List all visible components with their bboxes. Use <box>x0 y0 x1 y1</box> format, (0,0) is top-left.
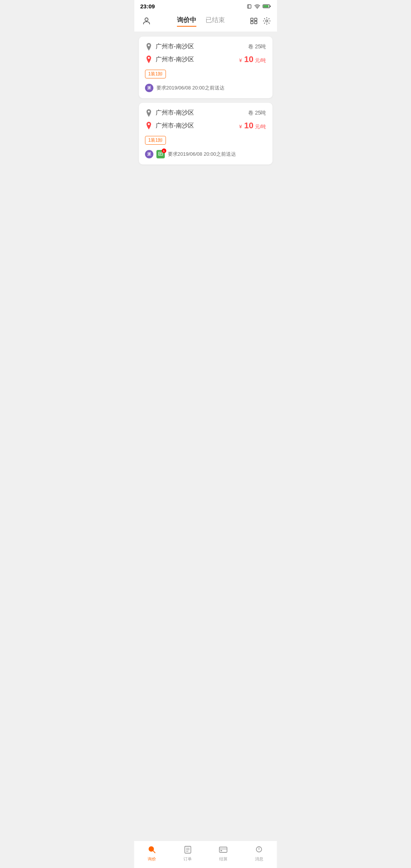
svg-point-15 <box>148 123 150 125</box>
price-display-2: ¥ 10 元/吨 <box>239 121 266 131</box>
load-unload-tag-2: 1装1卸 <box>145 136 166 145</box>
inquiry-card-1[interactable]: 广州市-南沙区 卷 25吨 广州市-南沙区 ¥ 10 元/吨 1装1 <box>139 37 272 98</box>
svg-point-12 <box>148 44 150 46</box>
badge-count-2: 1 <box>162 148 166 153</box>
svg-rect-10 <box>254 21 256 24</box>
user-icon[interactable] <box>140 15 153 27</box>
to-pin-icon-2 <box>145 122 153 129</box>
load-unload-tag-1: 1装1卸 <box>145 70 166 78</box>
price-display-1: ¥ 10 元/吨 <box>239 54 266 64</box>
svg-point-2 <box>257 8 258 9</box>
main-content: 广州市-南沙区 卷 25吨 广州市-南沙区 ¥ 10 元/吨 1装1 <box>134 32 277 169</box>
dispatch-badge-1: 派 <box>145 84 153 92</box>
price-row-2: 广州市-南沙区 ¥ 10 元/吨 <box>145 121 266 131</box>
from-row-2: 广州市-南沙区 卷 25吨 <box>145 109 266 117</box>
svg-rect-4 <box>263 5 269 8</box>
header-tabs: 询价中 已结束 <box>156 16 247 27</box>
wifi-icon <box>254 4 260 9</box>
from-location-2: 广州市-南沙区 <box>156 109 194 117</box>
status-time: 23:09 <box>140 3 155 10</box>
svg-point-13 <box>148 57 150 59</box>
to-pin-icon-1 <box>145 56 153 63</box>
tab-enquiring[interactable]: 询价中 <box>177 16 196 27</box>
to-location-1: 广州市-南沙区 <box>156 56 194 64</box>
footer-row-2: 派 1 要求2019/06/08 20:00之前送达 <box>145 150 266 158</box>
settings-icon[interactable] <box>263 17 271 25</box>
header: 询价中 已结束 <box>134 11 277 32</box>
svg-rect-5 <box>270 6 271 7</box>
svg-rect-9 <box>250 21 253 24</box>
route-meta-2: 卷 25吨 <box>248 110 266 116</box>
tab-ended[interactable]: 已结束 <box>206 16 225 27</box>
header-actions <box>250 17 271 25</box>
footer-row-1: 派 要求2019/06/08 20:00之前送达 <box>145 84 266 92</box>
svg-rect-7 <box>250 18 253 21</box>
svg-rect-8 <box>254 18 256 21</box>
battery-icon <box>263 4 271 9</box>
list-icon[interactable] <box>250 17 258 25</box>
svg-point-14 <box>148 110 150 112</box>
to-location-2: 广州市-南沙区 <box>156 122 194 130</box>
from-row-1: 广州市-南沙区 卷 25吨 <box>145 43 266 51</box>
inquiry-card-2[interactable]: 广州市-南沙区 卷 25吨 广州市-南沙区 ¥ 10 元/吨 1装1 <box>139 103 272 164</box>
response-badge-2: 1 <box>156 150 165 158</box>
tag-row-1: 1装1卸 <box>145 70 266 78</box>
dispatch-badge-2: 派 <box>145 150 153 158</box>
svg-rect-0 <box>247 5 251 8</box>
svg-point-6 <box>145 18 148 21</box>
status-icons <box>247 4 271 9</box>
delivery-text-1: 要求2019/06/08 20:00之前送达 <box>156 85 225 91</box>
from-pin-icon-2 <box>145 109 153 117</box>
svg-point-11 <box>266 20 268 22</box>
status-bar: 23:09 <box>134 0 277 11</box>
from-pin-icon-1 <box>145 43 153 51</box>
from-location-1: 广州市-南沙区 <box>156 43 194 51</box>
delivery-text-2: 要求2019/06/08 20:00之前送达 <box>168 151 236 158</box>
screen-rotate-icon <box>247 4 252 9</box>
tag-row-2: 1装1卸 <box>145 136 266 145</box>
route-meta-1: 卷 25吨 <box>248 43 266 50</box>
price-row-1: 广州市-南沙区 ¥ 10 元/吨 <box>145 54 266 64</box>
